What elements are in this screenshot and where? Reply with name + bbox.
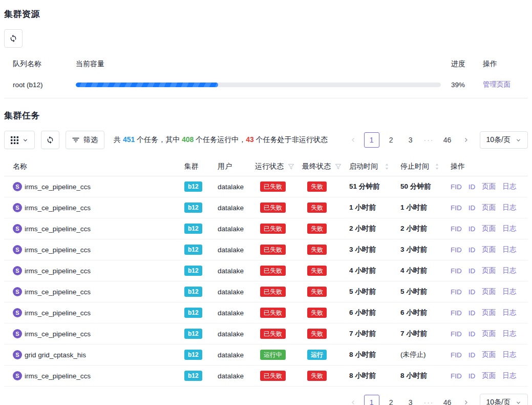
action-link-日志[interactable]: 日志 <box>502 224 516 233</box>
summary-text: 共 <box>114 135 123 144</box>
action-link-日志[interactable]: 日志 <box>502 350 516 359</box>
task-avatar: S <box>13 203 22 212</box>
col-action: 操作 <box>483 59 528 69</box>
pagination-bottom: 1 2 3 ··· 46 <box>347 395 473 405</box>
task-name: irms_ce_pipeline_ccs <box>25 204 91 212</box>
action-link-页面[interactable]: 页面 <box>482 266 496 275</box>
action-link-页面[interactable]: 页面 <box>482 245 496 254</box>
action-link-页面[interactable]: 页面 <box>482 308 496 317</box>
queue-name: root (b12) <box>13 81 76 89</box>
action-link-ID[interactable]: ID <box>469 183 476 191</box>
run-status-badge: 已失败 <box>260 245 286 255</box>
user-name: datalake <box>214 183 251 191</box>
action-link-日志[interactable]: 日志 <box>502 266 516 275</box>
action-link-页面[interactable]: 页面 <box>482 329 496 338</box>
action-link-日志[interactable]: 日志 <box>502 203 516 212</box>
start-time: 5 小时前 <box>345 287 396 296</box>
page-ellipsis[interactable]: ··· <box>422 398 436 405</box>
action-link-FID[interactable]: FID <box>451 204 462 212</box>
page-size-select[interactable]: 10条/页 <box>480 394 528 405</box>
page-button-2[interactable]: 2 <box>384 395 399 405</box>
cluster-badge: b12 <box>184 371 202 381</box>
action-link-ID[interactable]: ID <box>469 267 476 275</box>
action-link-日志[interactable]: 日志 <box>502 245 516 254</box>
start-time: 8 小时前 <box>345 371 396 380</box>
task-table-body: S irms_ce_pipeline_ccs b12 datalake 已失败 … <box>4 176 528 387</box>
filter-funnel-icon[interactable] <box>335 164 342 170</box>
tasks-refresh-button[interactable] <box>41 131 59 149</box>
col-actions: 操作 <box>446 162 528 171</box>
action-link-日志[interactable]: 日志 <box>502 287 516 296</box>
filter-funnel-icon[interactable] <box>288 164 294 170</box>
task-avatar: S <box>13 329 22 338</box>
action-link-页面[interactable]: 页面 <box>482 182 496 191</box>
action-link-FID[interactable]: FID <box>451 267 462 275</box>
stop-time: 2 小时前 <box>396 224 446 233</box>
next-page-button[interactable] <box>459 132 473 148</box>
cluster-badge: b12 <box>184 350 202 360</box>
action-link-ID[interactable]: ID <box>469 204 476 212</box>
action-link-ID[interactable]: ID <box>469 288 476 296</box>
cluster-tasks-section: 集群任务 <box>4 110 528 405</box>
page-button-3[interactable]: 3 <box>403 132 418 148</box>
sort-icon[interactable] <box>435 163 439 170</box>
row-actions: FIDID页面日志 <box>446 287 528 296</box>
action-link-日志[interactable]: 日志 <box>502 308 516 317</box>
manage-page-link[interactable]: 管理页面 <box>483 80 510 88</box>
action-link-ID[interactable]: ID <box>469 246 476 254</box>
action-link-日志[interactable]: 日志 <box>502 371 516 380</box>
action-link-ID[interactable]: ID <box>469 309 476 317</box>
run-status-badge: 已失败 <box>260 202 286 213</box>
action-link-ID[interactable]: ID <box>469 330 476 338</box>
start-time: 2 小时前 <box>345 224 396 233</box>
tasks-toolbar: 筛选 共 451 个任务，其中 408 个任务运行中，43 个任务处于非运行状态… <box>4 131 528 149</box>
action-link-页面[interactable]: 页面 <box>482 203 496 212</box>
task-table-header: 名称 集群 用户 运行状态 最终状态 启动时间 <box>4 157 528 176</box>
final-status-badge: 失败 <box>307 245 327 255</box>
action-link-FID[interactable]: FID <box>451 225 462 233</box>
action-link-ID[interactable]: ID <box>469 351 476 359</box>
next-page-button[interactable] <box>459 395 473 405</box>
final-status-badge: 失败 <box>307 266 327 276</box>
resources-refresh-button[interactable] <box>4 29 23 48</box>
table-row: S irms_ce_pipeline_ccs b12 datalake 已失败 … <box>4 197 528 218</box>
action-link-页面[interactable]: 页面 <box>482 350 496 359</box>
page-button-3[interactable]: 3 <box>403 395 418 405</box>
task-avatar: S <box>13 245 22 254</box>
filter-button[interactable]: 筛选 <box>66 131 104 149</box>
prev-page-button[interactable] <box>347 395 360 405</box>
action-link-FID[interactable]: FID <box>451 351 462 359</box>
page-button-2[interactable]: 2 <box>384 132 399 148</box>
action-link-FID[interactable]: FID <box>451 372 462 380</box>
action-link-FID[interactable]: FID <box>451 309 462 317</box>
sort-icon[interactable] <box>385 163 389 170</box>
action-link-日志[interactable]: 日志 <box>502 182 516 191</box>
action-link-FID[interactable]: FID <box>451 288 462 296</box>
final-status-badge: 失败 <box>307 181 327 192</box>
action-link-FID[interactable]: FID <box>451 330 462 338</box>
final-status-badge: 失败 <box>307 371 327 381</box>
page-button-1[interactable]: 1 <box>364 395 379 405</box>
task-name: grid grid_cptask_his <box>25 351 86 359</box>
action-link-日志[interactable]: 日志 <box>502 329 516 338</box>
task-avatar: S <box>13 371 22 380</box>
col-stop-time: 停止时间 <box>396 162 446 171</box>
action-link-FID[interactable]: FID <box>451 246 462 254</box>
action-link-ID[interactable]: ID <box>469 372 476 380</box>
page-button-last[interactable]: 46 <box>440 395 455 405</box>
action-link-ID[interactable]: ID <box>469 225 476 233</box>
prev-page-button[interactable] <box>347 132 360 148</box>
col-current-capacity: 当前容量 <box>76 59 451 69</box>
page-ellipsis[interactable]: ··· <box>422 136 436 144</box>
page-button-1[interactable]: 1 <box>364 132 379 148</box>
grid-icon <box>11 136 18 144</box>
user-name: datalake <box>214 288 251 296</box>
action-link-页面[interactable]: 页面 <box>482 371 496 380</box>
action-link-FID[interactable]: FID <box>451 183 462 191</box>
page-button-last[interactable]: 46 <box>440 132 455 148</box>
page-size-select[interactable]: 10条/页 <box>480 131 528 149</box>
action-link-页面[interactable]: 页面 <box>482 287 496 296</box>
col-name: 名称 <box>4 162 180 171</box>
column-settings-button[interactable] <box>4 131 35 149</box>
action-link-页面[interactable]: 页面 <box>482 224 496 233</box>
